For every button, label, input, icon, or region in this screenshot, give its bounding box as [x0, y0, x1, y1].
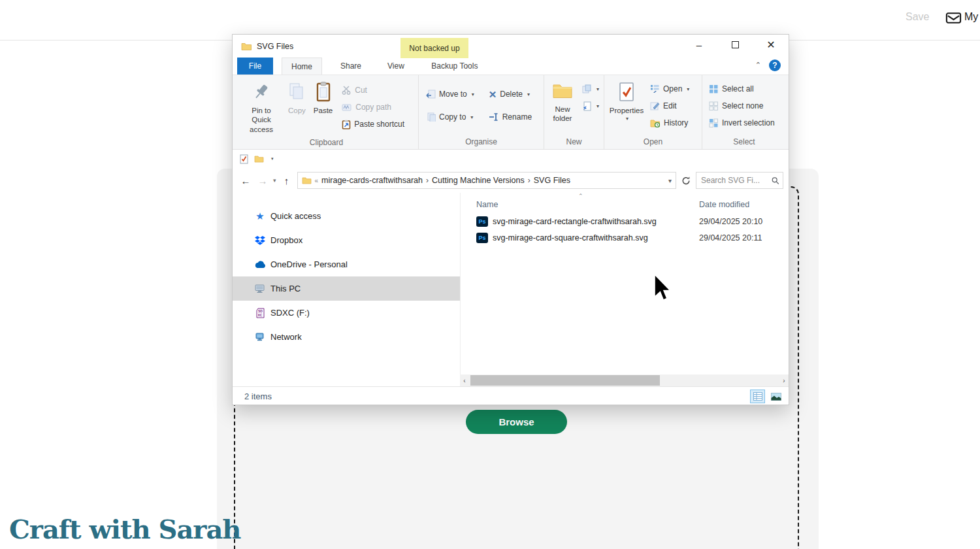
- qat-properties-icon[interactable]: [240, 154, 248, 164]
- open-button[interactable]: Open▾: [647, 80, 692, 97]
- sd-card-icon: SD XC: [254, 308, 266, 318]
- group-label-organise: Organise: [423, 136, 540, 149]
- properties-button[interactable]: Properties ▾: [608, 78, 645, 124]
- search-input[interactable]: [701, 176, 772, 185]
- collapse-ribbon-icon[interactable]: ⌃: [755, 61, 761, 69]
- history-button[interactable]: History: [647, 114, 692, 131]
- copy-to-icon: [425, 112, 436, 122]
- file-list-pane[interactable]: ⌃ Name Date modified Ps svg-mirage-card-…: [460, 193, 789, 374]
- paste-button[interactable]: Paste: [310, 78, 336, 118]
- new-folder-button[interactable]: New folder: [548, 78, 577, 126]
- paste-shortcut-button[interactable]: Paste shortcut: [339, 116, 407, 133]
- search-icon[interactable]: [772, 176, 779, 185]
- window-titlebar[interactable]: SVG Files – ✕: [233, 35, 789, 58]
- thumbnail-view-button[interactable]: [768, 390, 783, 403]
- ribbon-group-select: Select all Select none: [702, 75, 786, 149]
- select-all-button[interactable]: Select all: [706, 80, 777, 97]
- copy-path-button[interactable]: Copy path: [339, 99, 407, 116]
- folder-icon: [241, 42, 252, 51]
- account-menu[interactable]: My: [964, 11, 978, 23]
- forward-icon[interactable]: →: [256, 175, 269, 186]
- paste-icon: [315, 80, 332, 104]
- scroll-right-icon[interactable]: ›: [779, 374, 789, 386]
- crumb-sep-icon: ›: [426, 176, 429, 185]
- backup-status-tag: Not backed up: [400, 38, 468, 58]
- edit-button[interactable]: Edit: [647, 97, 692, 114]
- qat-customize-icon[interactable]: ▾: [271, 156, 274, 161]
- copy-button[interactable]: Copy: [284, 78, 310, 118]
- copy-to-button[interactable]: Copy to▾: [423, 108, 477, 125]
- breadcrumb[interactable]: « mirage-cards-craftwithsarah › Cutting …: [297, 172, 676, 189]
- crumb-parent[interactable]: Cutting Machine Versions: [432, 176, 525, 185]
- mouse-cursor: [653, 274, 670, 302]
- crumb-overflow-icon[interactable]: «: [315, 177, 319, 184]
- navigation-pane: ★ Quick access Dropbox OneDrive - Person…: [233, 193, 460, 374]
- group-label-select: Select: [706, 136, 782, 149]
- copy-icon: [288, 80, 305, 104]
- tab-backup-tools[interactable]: Backup Tools: [421, 58, 489, 75]
- tab-view[interactable]: View: [378, 58, 414, 75]
- invert-selection-button[interactable]: Invert selection: [706, 114, 777, 131]
- scroll-left-icon[interactable]: ‹: [460, 374, 469, 386]
- column-header-name[interactable]: Name: [476, 200, 498, 209]
- sidebar-item-quick-access[interactable]: ★ Quick access: [233, 204, 460, 228]
- group-label-clipboard: Clipboard: [238, 137, 414, 150]
- address-bar: ← → ▾ ↑ « mirage-cards-craftwithsarah › …: [233, 168, 789, 193]
- file-row[interactable]: Ps svg-mirage-card-square-craftwithsarah…: [461, 230, 789, 246]
- maximize-icon[interactable]: [724, 35, 746, 54]
- sidebar-item-this-pc[interactable]: This PC: [233, 276, 460, 301]
- site-logo: Craft with Sarah: [9, 514, 240, 544]
- item-count: 2 items: [244, 391, 272, 401]
- refresh-icon[interactable]: [680, 176, 692, 186]
- delete-button[interactable]: ✕ Delete▾: [486, 86, 534, 103]
- dropbox-icon: [254, 235, 266, 246]
- rename-button[interactable]: Rename: [486, 108, 534, 125]
- group-label-open: Open: [608, 136, 698, 149]
- invert-selection-icon: [709, 118, 719, 128]
- new-item-button[interactable]: ▾: [580, 83, 602, 95]
- up-icon[interactable]: ↑: [280, 175, 293, 186]
- recent-locations-icon[interactable]: ▾: [273, 177, 276, 184]
- browse-button[interactable]: Browse: [466, 410, 567, 434]
- close-icon[interactable]: ✕: [760, 35, 782, 54]
- minimize-icon[interactable]: –: [688, 35, 710, 54]
- envelope-icon[interactable]: [945, 10, 962, 25]
- sidebar-item-dropbox[interactable]: Dropbox: [233, 228, 460, 252]
- help-icon[interactable]: ?: [769, 59, 781, 71]
- ribbon-group-new: New folder ▾ ▾: [544, 75, 604, 149]
- select-none-button[interactable]: Select none: [706, 97, 777, 114]
- back-icon[interactable]: ←: [239, 175, 252, 186]
- tab-file[interactable]: File: [237, 58, 273, 75]
- save-button[interactable]: Save: [906, 11, 929, 23]
- network-icon: [254, 332, 266, 342]
- tab-share[interactable]: Share: [331, 58, 370, 75]
- crumb-root[interactable]: mirage-cards-craftwithsarah: [321, 176, 423, 185]
- pin-to-quick-access-button[interactable]: Pin to Quick access: [238, 78, 284, 137]
- properties-icon: [618, 80, 635, 104]
- scrollbar-thumb[interactable]: [470, 375, 660, 386]
- group-label-new: New: [548, 136, 600, 149]
- horizontal-scrollbar[interactable]: ‹ ›: [460, 374, 789, 386]
- easy-access-button[interactable]: ▾: [580, 100, 602, 112]
- svg-text:XC: XC: [257, 313, 262, 317]
- status-bar: 2 items: [233, 386, 789, 406]
- tab-home[interactable]: Home: [282, 58, 322, 75]
- qat-folder-icon[interactable]: [254, 155, 264, 163]
- sidebar-item-onedrive[interactable]: OneDrive - Personal: [233, 252, 460, 276]
- address-dropdown-icon[interactable]: ▾: [668, 177, 672, 184]
- details-view-button[interactable]: [750, 390, 765, 403]
- move-to-button[interactable]: Move to▾: [423, 86, 477, 103]
- this-pc-icon: [254, 284, 266, 294]
- sidebar-item-network[interactable]: Network: [233, 325, 460, 349]
- crumb-sep-icon: ›: [528, 176, 531, 185]
- new-folder-icon: [552, 79, 573, 103]
- file-row[interactable]: Ps svg-mirage-card-rectangle-craftwithsa…: [461, 214, 789, 230]
- cut-button[interactable]: Cut: [339, 82, 407, 99]
- column-header-date-modified[interactable]: Date modified: [699, 200, 749, 209]
- crumb-current[interactable]: SVG Files: [534, 176, 570, 185]
- pin-icon: [253, 80, 270, 104]
- ribbon-tabs: File Home Share View Backup Tools ⌃ ?: [233, 58, 789, 75]
- rename-icon: [489, 112, 499, 122]
- sidebar-item-sdxc[interactable]: SD XC SDXC (F:): [233, 301, 460, 325]
- search-box[interactable]: [696, 172, 783, 189]
